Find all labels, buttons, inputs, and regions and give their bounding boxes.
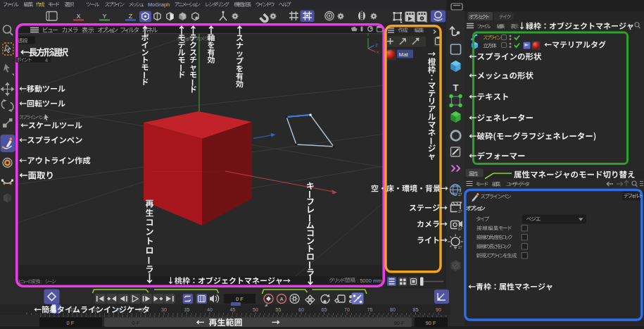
svg-text:40: 40 <box>207 307 213 312</box>
svg-text:55: 55 <box>276 307 282 312</box>
svg-text:: 5000 mm: : 5000 mm <box>357 278 381 284</box>
svg-text:A: A <box>280 297 284 302</box>
svg-text:90 F: 90 F <box>425 320 436 326</box>
svg-text:Z: Z <box>129 13 133 20</box>
svg-text:70: 70 <box>344 307 350 312</box>
svg-text:65: 65 <box>322 307 327 312</box>
svg-text:Y: Y <box>367 32 370 37</box>
svg-text:80: 80 <box>390 307 396 312</box>
svg-text:17: 17 <box>458 192 462 197</box>
svg-text:X: X <box>76 13 80 20</box>
svg-text:0 F: 0 F <box>67 320 75 326</box>
svg-text:Y: Y <box>102 13 106 20</box>
svg-text:30: 30 <box>161 307 167 312</box>
svg-text:90 F: 90 F <box>393 320 404 326</box>
svg-text:MoGraph: MoGraph <box>148 1 170 8</box>
svg-text:0 F: 0 F <box>132 320 140 326</box>
svg-text:17: 17 <box>458 245 462 249</box>
svg-text:Mat: Mat <box>399 51 409 58</box>
svg-text:50: 50 <box>253 307 258 312</box>
svg-text:45: 45 <box>230 307 236 312</box>
svg-text:17: 17 <box>458 227 462 231</box>
svg-text:T: T <box>453 82 459 93</box>
svg-text:85: 85 <box>413 307 419 312</box>
svg-text:35: 35 <box>184 307 190 312</box>
svg-text:17: 17 <box>458 209 462 213</box>
svg-text:60: 60 <box>298 307 304 312</box>
svg-text:90: 90 <box>436 307 441 312</box>
svg-text:0 F: 0 F <box>236 296 244 302</box>
svg-text:4: 4 <box>45 58 48 63</box>
svg-text:Z: Z <box>375 43 378 47</box>
svg-text:X: X <box>376 50 379 54</box>
svg-text:75: 75 <box>367 307 373 312</box>
